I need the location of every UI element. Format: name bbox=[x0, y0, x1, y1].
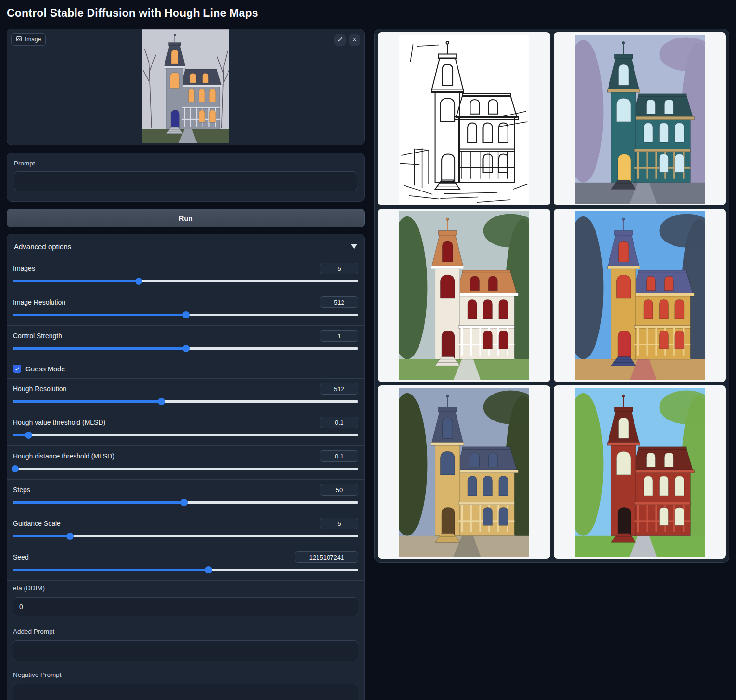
row-steps: Steps bbox=[7, 479, 364, 513]
result-gold-house-image bbox=[399, 388, 529, 557]
advanced-options-title: Advanced options bbox=[14, 242, 71, 251]
steps-slider[interactable] bbox=[13, 501, 358, 504]
hough-value-threshold-mlsd-slider[interactable] bbox=[13, 434, 358, 436]
images-value-input[interactable] bbox=[320, 263, 358, 274]
image-label-badge: Image bbox=[11, 33, 46, 46]
image-label: Image bbox=[25, 36, 41, 43]
images-label: Images bbox=[13, 265, 35, 272]
hough-line-map-image bbox=[399, 35, 529, 204]
images-slider[interactable] bbox=[13, 280, 358, 282]
guidance-scale-label: Guidance Scale bbox=[13, 520, 61, 527]
input-image-preview bbox=[142, 29, 229, 145]
gallery-item-result-teal-house[interactable] bbox=[554, 32, 726, 205]
images-slider-handle[interactable] bbox=[135, 278, 142, 285]
seed-slider-fill bbox=[13, 569, 208, 571]
result-teal-house-image bbox=[575, 35, 705, 204]
eta-ddim-label: eta (DDIM) bbox=[13, 585, 358, 592]
prompt-label: Prompt bbox=[14, 160, 357, 167]
guidance-scale-slider[interactable] bbox=[13, 535, 358, 537]
chevron-down-icon bbox=[351, 244, 357, 249]
gallery-item-result-white-house[interactable] bbox=[378, 209, 550, 382]
prompt-input[interactable] bbox=[14, 171, 357, 191]
run-button[interactable]: Run bbox=[7, 209, 365, 227]
x-icon bbox=[352, 36, 357, 44]
left-column: Image Prompt Run Advanced options bbox=[7, 29, 365, 700]
hough-resolution-slider-handle[interactable] bbox=[158, 398, 165, 405]
row-images: Images bbox=[7, 258, 364, 292]
hough-resolution-label: Hough Resolution bbox=[13, 385, 66, 393]
guidance-scale-slider-fill bbox=[13, 535, 70, 537]
page-title: Control Stable Diffusion with Hough Line… bbox=[7, 7, 258, 20]
gallery-item-result-mustard-house[interactable] bbox=[554, 209, 726, 382]
hough-value-threshold-mlsd-label: Hough value threshold (MLSD) bbox=[13, 419, 105, 426]
hough-distance-threshold-mlsd-value-input[interactable] bbox=[320, 450, 358, 462]
row-control-strength: Control Strength bbox=[7, 325, 364, 359]
check-icon bbox=[14, 366, 20, 371]
negative-prompt-input[interactable] bbox=[13, 684, 358, 700]
seed-value-input[interactable] bbox=[295, 551, 358, 563]
eta-ddim-input[interactable] bbox=[13, 597, 358, 616]
steps-slider-fill bbox=[13, 501, 184, 504]
row-hough-resolution: Hough Resolution bbox=[7, 378, 364, 412]
hough-distance-threshold-mlsd-slider-handle[interactable] bbox=[12, 465, 19, 472]
hough-resolution-slider-fill bbox=[13, 400, 161, 403]
gallery-item-result-gold-house[interactable] bbox=[378, 385, 550, 559]
steps-slider-handle[interactable] bbox=[180, 499, 188, 506]
row-image-resolution: Image Resolution bbox=[7, 292, 364, 325]
seed-slider-handle[interactable] bbox=[205, 566, 212, 573]
row-guess-mode: Guess Mode bbox=[7, 359, 364, 378]
negative-prompt-label: Negative Prompt bbox=[13, 671, 358, 678]
guidance-scale-value-input[interactable] bbox=[320, 518, 358, 529]
row-hough-distance-threshold-mlsd: Hough distance threshold (MLSD) bbox=[7, 445, 364, 479]
control-strength-slider-fill bbox=[13, 347, 186, 350]
seed-label: Seed bbox=[13, 553, 29, 561]
result-gallery bbox=[374, 29, 729, 563]
row-hough-value-threshold-mlsd: Hough value threshold (MLSD) bbox=[7, 412, 364, 445]
row-eta-ddim: eta (DDIM) bbox=[7, 580, 364, 624]
hough-resolution-slider[interactable] bbox=[13, 400, 358, 403]
hough-distance-threshold-mlsd-label: Hough distance threshold (MLSD) bbox=[13, 452, 114, 460]
hough-value-threshold-mlsd-slider-handle[interactable] bbox=[25, 432, 32, 439]
edit-image-button[interactable] bbox=[334, 34, 346, 46]
row-seed: Seed bbox=[7, 547, 364, 580]
images-slider-fill bbox=[13, 280, 139, 282]
gallery-item-hough-line-map[interactable] bbox=[378, 32, 550, 205]
result-red-brick-house-image bbox=[575, 388, 705, 557]
image-icon bbox=[16, 36, 22, 43]
added-prompt-input[interactable] bbox=[13, 640, 358, 661]
image-resolution-value-input[interactable] bbox=[320, 296, 358, 308]
hough-resolution-value-input[interactable] bbox=[320, 383, 358, 395]
control-strength-slider[interactable] bbox=[13, 347, 358, 350]
input-image-dropzone[interactable]: Image bbox=[7, 29, 365, 145]
image-resolution-slider-fill bbox=[13, 314, 186, 316]
guidance-scale-slider-handle[interactable] bbox=[66, 533, 74, 540]
pencil-icon bbox=[337, 36, 343, 44]
seed-slider[interactable] bbox=[13, 569, 358, 571]
added-prompt-label: Added Prompt bbox=[13, 628, 358, 635]
result-mustard-house-image bbox=[575, 211, 705, 380]
control-strength-label: Control Strength bbox=[13, 332, 62, 340]
steps-value-input[interactable] bbox=[320, 484, 358, 496]
row-added-prompt: Added Prompt bbox=[7, 624, 364, 667]
hough-value-threshold-mlsd-value-input[interactable] bbox=[320, 417, 358, 428]
image-resolution-slider-handle[interactable] bbox=[182, 311, 190, 318]
prompt-block: Prompt bbox=[7, 153, 365, 202]
advanced-controls: Images Image Resolution Control Strength bbox=[7, 258, 364, 700]
clear-image-button[interactable] bbox=[349, 34, 360, 46]
guess-mode-label: Guess Mode bbox=[25, 365, 65, 373]
control-strength-slider-handle[interactable] bbox=[182, 345, 190, 352]
hough-distance-threshold-mlsd-slider[interactable] bbox=[13, 468, 358, 470]
image-resolution-slider[interactable] bbox=[13, 314, 358, 316]
control-strength-value-input[interactable] bbox=[320, 330, 358, 342]
row-guidance-scale: Guidance Scale bbox=[7, 513, 364, 547]
guess-mode-checkbox[interactable] bbox=[13, 365, 21, 373]
gallery-item-result-red-brick-house[interactable] bbox=[554, 385, 726, 559]
image-resolution-label: Image Resolution bbox=[13, 298, 65, 306]
result-white-house-image bbox=[399, 211, 529, 380]
row-negative-prompt: Negative Prompt bbox=[7, 667, 364, 700]
advanced-options-header[interactable]: Advanced options bbox=[7, 234, 364, 258]
advanced-options-accordion: Advanced options Images Image Resolution… bbox=[7, 234, 365, 700]
steps-label: Steps bbox=[13, 486, 30, 494]
